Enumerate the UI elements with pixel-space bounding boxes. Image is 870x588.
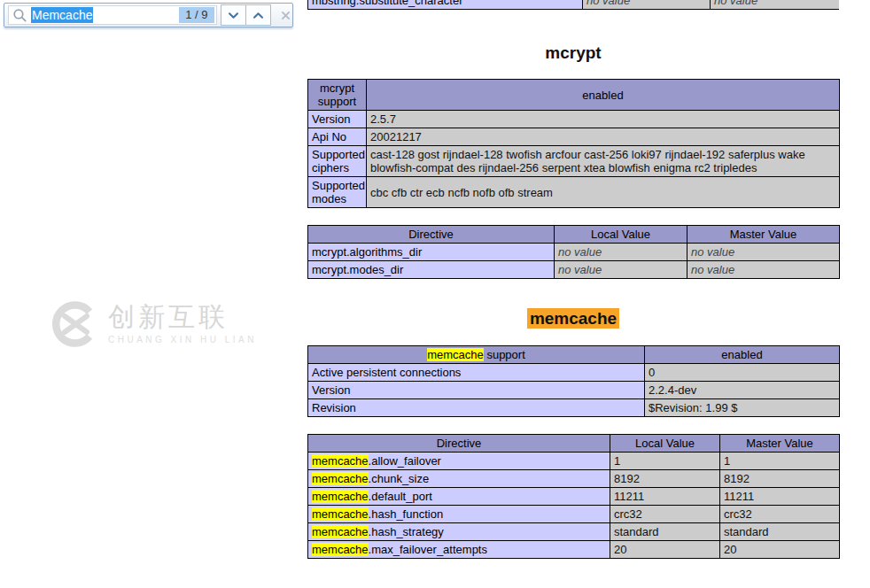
module-enabled-header: enabled: [367, 80, 840, 111]
directive-suffix: .allow_failover: [369, 454, 441, 468]
find-next-button[interactable]: [221, 4, 246, 26]
mcrypt-directive-table: Directive Local Value Master Value mcryp…: [307, 225, 840, 279]
find-match-highlight: memcache: [312, 472, 369, 485]
phpinfo-page: mbstring.substitute_character no value n…: [0, 0, 870, 588]
mbstring-partial-row: mbstring.substitute_character no value n…: [307, 0, 839, 11]
table-row: Supported modes cbc cfb ctr ecb ncfb nof…: [308, 177, 840, 208]
master-value-cell: 8192: [720, 470, 840, 488]
phpinfo-content: mbstring.substitute_character no value n…: [307, 0, 839, 559]
master-value-column-header: Master Value: [720, 435, 840, 453]
find-match-highlight: memcache: [427, 348, 484, 361]
find-query-text[interactable]: Memcache: [31, 7, 93, 23]
local-value-cell: no value: [555, 244, 687, 261]
directive-cell: mcrypt.algorithms_dir: [308, 244, 555, 261]
master-value-column-header: Master Value: [687, 226, 840, 244]
find-active-match-highlight: memcache: [527, 308, 619, 329]
directive-cell: mbstring.substitute_character: [308, 0, 583, 10]
directive-cell: memcache.default_port: [308, 488, 610, 506]
table-row: mcrypt.modes_dir no value no value: [308, 261, 840, 279]
table-row: mbstring.substitute_character no value n…: [308, 0, 840, 10]
row-label: Supported modes: [308, 177, 367, 208]
table-row: mcrypt.algorithms_dir no value no value: [308, 244, 840, 261]
row-label: Version: [308, 382, 645, 399]
watermark: 创新互联 CHUANG XIN HU LIAN: [51, 301, 257, 347]
master-value-cell: 11211: [720, 488, 840, 506]
find-previous-button[interactable]: [245, 4, 271, 26]
local-value-cell: 11211: [610, 488, 720, 506]
local-value-cell: crc32: [610, 506, 720, 523]
chevron-down-icon: [227, 9, 240, 22]
watermark-subtitle: CHUANG XIN HU LIAN: [108, 335, 257, 345]
table-row: Supported ciphers cast-128 gost rijndael…: [308, 146, 840, 177]
chevron-up-icon: [252, 9, 265, 22]
directive-cell: memcache.max_failover_attempts: [308, 541, 610, 559]
row-value: cbc cfb ctr ecb ncfb nofb ofb stream: [367, 177, 840, 208]
table-row: Api No 20021217: [308, 128, 840, 146]
row-value: 20021217: [367, 128, 840, 146]
directive-suffix: .chunk_size: [369, 472, 430, 485]
directive-cell: memcache.chunk_size: [308, 470, 610, 488]
mbstring-table-fragment: mbstring.substitute_character no value n…: [307, 0, 839, 10]
section-title-memcache: memcache: [307, 308, 839, 329]
row-label: Version: [308, 111, 367, 128]
local-value-column-header: Local Value: [610, 435, 720, 453]
module-support-header-rest: support: [484, 348, 525, 361]
close-icon: [280, 10, 291, 21]
directive-cell: memcache.hash_function: [308, 506, 610, 523]
local-value-cell: no value: [555, 261, 687, 279]
directive-cell: memcache.hash_strategy: [308, 523, 610, 541]
table-row: memcache.hash_strategy standard standard: [308, 523, 840, 541]
row-label: Active persistent connections: [308, 364, 645, 382]
master-value-cell: 1: [720, 453, 840, 470]
watermark-name: 创新互联: [108, 301, 257, 333]
row-label: Supported ciphers: [308, 146, 367, 177]
search-icon: [12, 8, 27, 23]
memcache-support-table: memcache support enabled Active persiste…: [307, 345, 840, 417]
table-header-row: memcache support enabled: [308, 346, 840, 364]
table-row: memcache.chunk_size 8192 8192: [308, 470, 840, 488]
find-bar: Memcache 1 / 9: [4, 3, 293, 27]
find-match-highlight: memcache: [312, 543, 369, 556]
directive-column-header: Directive: [308, 435, 610, 453]
table-row: memcache.max_failover_attempts 20 20: [308, 541, 840, 559]
local-value-cell: no value: [583, 0, 711, 10]
close-find-button[interactable]: [279, 8, 292, 22]
table-row: Version 2.2.4-dev: [308, 382, 840, 399]
master-value-cell: no value: [711, 0, 840, 10]
module-support-header: mcrypt support: [308, 80, 367, 111]
table-row: memcache.default_port 11211 11211: [308, 488, 840, 506]
find-match-highlight: memcache: [312, 507, 369, 521]
row-value: 2.5.7: [367, 111, 840, 128]
directive-suffix: .hash_strategy: [369, 525, 444, 538]
section-title-mcrypt: mcrypt: [307, 43, 839, 64]
table-row: Active persistent connections 0: [308, 364, 840, 382]
row-value: $Revision: 1.99 $: [645, 399, 840, 417]
master-value-cell: no value: [687, 244, 840, 261]
directive-cell: memcache.allow_failover: [308, 453, 610, 470]
watermark-text: 创新互联 CHUANG XIN HU LIAN: [108, 301, 257, 345]
table-row: memcache.allow_failover 1 1: [308, 453, 840, 470]
local-value-cell: 20: [610, 541, 720, 559]
table-header-row: Directive Local Value Master Value: [308, 435, 840, 453]
find-match-highlight: memcache: [312, 525, 369, 538]
find-match-highlight: memcache: [312, 490, 369, 503]
master-value-cell: standard: [720, 523, 840, 541]
find-match-highlight: memcache: [312, 454, 369, 468]
mcrypt-support-table: mcrypt support enabled Version 2.5.7 Api…: [307, 79, 840, 208]
local-value-cell: 8192: [610, 470, 720, 488]
table-row: memcache.hash_function crc32 crc32: [308, 506, 840, 523]
find-input[interactable]: Memcache 1 / 9: [8, 5, 217, 25]
directive-cell: mcrypt.modes_dir: [308, 261, 555, 279]
directive-suffix: .max_failover_attempts: [369, 543, 487, 556]
local-value-column-header: Local Value: [555, 226, 687, 244]
row-label: Api No: [308, 128, 367, 146]
master-value-cell: crc32: [720, 506, 840, 523]
row-label: Revision: [308, 399, 645, 417]
local-value-cell: standard: [610, 523, 720, 541]
table-row: Version 2.5.7: [308, 111, 840, 128]
table-header-row: Directive Local Value Master Value: [308, 226, 840, 244]
module-support-header: memcache support: [308, 346, 645, 364]
module-enabled-header: enabled: [645, 346, 840, 364]
row-value: cast-128 gost rijndael-128 twofish arcfo…: [367, 146, 840, 177]
table-row: Revision $Revision: 1.99 $: [308, 399, 840, 417]
